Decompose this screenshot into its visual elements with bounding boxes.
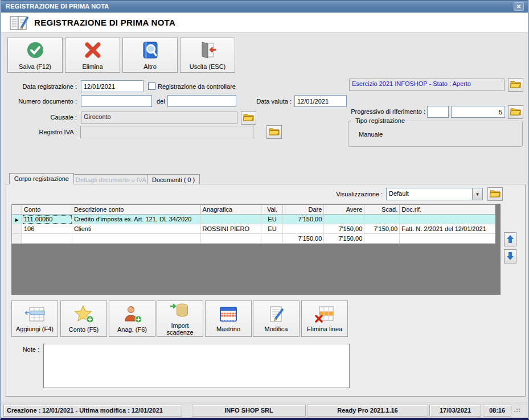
cell-empty — [400, 234, 495, 244]
delete-row-icon — [314, 306, 335, 324]
col-docrif[interactable]: Doc.rif. — [400, 205, 495, 215]
data-valuta-field[interactable] — [294, 95, 347, 107]
status-creation: Creazione : 12/01/2021 - Ultima modifica… — [3, 405, 182, 417]
progressivo-numero-field[interactable] — [451, 106, 505, 118]
visualizzazione-lookup-button[interactable] — [487, 187, 503, 201]
cell-docrif[interactable] — [400, 215, 495, 224]
person-add-icon — [121, 305, 143, 324]
col-anagrafica[interactable]: Anagrafica — [201, 205, 262, 215]
esercizio-field[interactable]: Esercizio 2021 INFOSHOP - Stato : Aperto — [349, 79, 505, 91]
prima-nota-window: REGISTRAZIONE DI PRIMA NOTA ✕ REGISTRAZI… — [0, 0, 529, 420]
tab-documenti[interactable]: Documenti ( 0 ) — [147, 174, 200, 184]
chevron-down-icon[interactable]: ▼ — [472, 188, 482, 200]
causale-field[interactable]: Giroconto — [81, 112, 237, 124]
cell-scad[interactable]: 7'150,00 — [364, 224, 400, 234]
col-val[interactable]: Val. — [261, 205, 283, 215]
causale-lookup-button[interactable] — [241, 111, 256, 125]
col-descrizione[interactable]: Descrizione conto — [72, 205, 201, 215]
registro-iva-lookup-button[interactable] — [266, 125, 282, 139]
total-avere: 7'150,00 — [324, 234, 364, 244]
edit-document-icon — [265, 306, 287, 324]
del-date-field[interactable] — [167, 95, 236, 107]
import-scadenze-button[interactable]: Import scadenze — [157, 300, 203, 337]
cell-avere[interactable] — [324, 215, 364, 224]
col-conto[interactable]: Conto — [22, 205, 72, 215]
elimina-linea-label: Elimina linea — [302, 326, 347, 332]
cell-descrizione[interactable]: Clienti — [72, 224, 201, 234]
registrazione-da-controllare-checkbox[interactable] — [148, 83, 155, 90]
note-label: Note : — [17, 346, 39, 353]
col-dare[interactable]: Dare — [283, 205, 324, 215]
cell-anagrafica[interactable] — [201, 215, 262, 224]
mastrino-label: Mastrino — [206, 326, 251, 332]
move-row-down-button[interactable] — [504, 249, 516, 263]
save-button[interactable]: Salva (F12) — [7, 38, 63, 73]
cell-dare[interactable]: 7'150,00 — [283, 215, 324, 224]
cell-val[interactable]: EU — [261, 224, 283, 234]
tipo-registrazione-value: Manuale — [359, 131, 383, 138]
status-time: 08:16 — [483, 405, 511, 417]
cell-conto[interactable]: 111.00080 — [22, 215, 72, 224]
folder-icon — [510, 80, 521, 89]
conto-label: Conto (F5) — [61, 326, 106, 333]
col-scad[interactable]: Scad. — [364, 205, 400, 215]
cell-val[interactable]: EU — [261, 215, 283, 224]
cell-dare[interactable] — [283, 224, 324, 234]
modifica-button[interactable]: Modifica — [253, 300, 300, 337]
cell-anagrafica[interactable]: ROSSINI PIERO — [201, 224, 262, 234]
delete-button-label: Elimina — [82, 63, 102, 70]
cell-scad[interactable] — [364, 215, 400, 224]
move-row-up-button[interactable] — [504, 232, 516, 246]
numero-documento-label: Numero documento : — [7, 98, 77, 105]
other-button[interactable]: Altro — [122, 38, 178, 73]
tab-corpo-label: Corpo registrazione — [14, 175, 69, 182]
aggiungi-button[interactable]: Aggiungi (F4) — [11, 300, 58, 337]
causale-label: Causale : — [7, 114, 77, 121]
statusbar: Creazione : 12/01/2021 - Ultima modifica… — [1, 402, 528, 418]
conto-button[interactable]: Conto (F5) — [60, 300, 107, 337]
table-row[interactable]: 106 Clienti ROSSINI PIERO EU 7'150,00 7'… — [12, 224, 495, 234]
anag-button[interactable]: Anag. (F6) — [109, 300, 155, 337]
data-registrazione-label: Data registrazione : — [7, 83, 77, 90]
status-company: INFO SHOP SRL — [192, 405, 306, 417]
col-avere[interactable]: Avere — [324, 205, 364, 215]
cell-docrif[interactable]: Fatt. N. 2/2021 del 12/01/2021 — [400, 224, 495, 234]
registration-grid: Conto Descrizione conto Anagrafica Val. … — [11, 204, 495, 244]
window-title: REGISTRAZIONE DI PRIMA NOTA — [6, 3, 109, 10]
titlebar[interactable]: REGISTRAZIONE DI PRIMA NOTA ✕ — [1, 0, 528, 13]
database-import-icon — [169, 302, 191, 320]
data-registrazione-field[interactable] — [81, 80, 143, 92]
save-check-icon — [26, 41, 44, 60]
tab-documenti-label: Documenti ( 0 ) — [152, 176, 195, 183]
visualizzazione-combobox[interactable]: Default ▼ — [386, 188, 483, 200]
table-row[interactable]: ▶ 111.00080 Credito d'imposta ex. Art. 1… — [12, 215, 495, 224]
exit-button[interactable]: Uscita (ESC) — [180, 38, 235, 73]
numero-documento-field[interactable] — [81, 95, 152, 107]
cell-empty — [364, 234, 400, 244]
progressivo-serie-field[interactable] — [427, 106, 449, 118]
visualizzazione-label: Visualizzazione : — [309, 191, 383, 198]
aggiungi-label: Aggiungi (F4) — [13, 326, 57, 332]
cell-empty — [261, 234, 283, 244]
cell-descrizione[interactable]: Credito d'imposta ex. Art. 121, DL 34/20… — [72, 215, 201, 224]
tab-dettagli-documento-iva[interactable]: Dettagli documento e IVA — [71, 174, 151, 184]
total-dare: 7'150,00 — [283, 234, 324, 244]
elimina-linea-button[interactable]: Elimina linea — [301, 300, 348, 337]
esercizio-lookup-button[interactable] — [508, 78, 523, 92]
folder-icon — [490, 190, 501, 199]
row-selector[interactable] — [12, 224, 22, 234]
progressivo-lookup-button[interactable] — [508, 105, 523, 119]
tipo-registrazione-label: Tipo registrazione — [353, 117, 407, 124]
delete-button[interactable]: Elimina — [65, 38, 120, 73]
cell-empty — [201, 234, 262, 244]
tab-corpo-registrazione[interactable]: Corpo registrazione — [9, 173, 74, 184]
close-button[interactable]: ✕ — [514, 2, 524, 11]
cell-avere[interactable]: 7'150,00 — [324, 224, 364, 234]
cell-conto[interactable]: 106 — [22, 224, 72, 234]
resize-grip[interactable] — [516, 409, 518, 410]
registro-iva-field[interactable] — [80, 126, 253, 138]
row-selector[interactable]: ▶ — [12, 215, 22, 224]
note-textarea[interactable] — [43, 344, 350, 388]
exit-door-icon — [198, 41, 218, 60]
mastrino-button[interactable]: Mastrino — [205, 300, 252, 337]
